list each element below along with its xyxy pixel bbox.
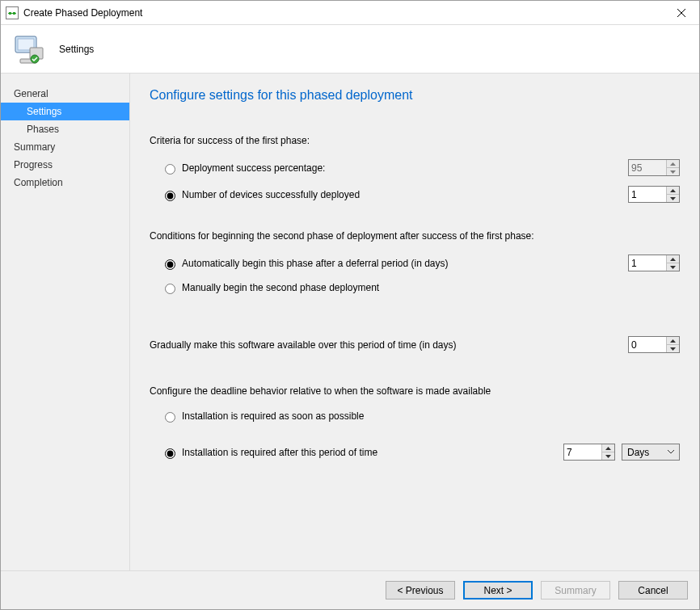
close-button[interactable]: [663, 1, 699, 25]
svg-marker-18: [605, 447, 611, 450]
spin-up-icon[interactable]: [667, 337, 679, 345]
wizard-window: Create Phased Deployment Settings Genera…: [0, 0, 700, 610]
period-unit-combobox[interactable]: Days: [622, 444, 680, 461]
deadline-period-spinner[interactable]: [563, 444, 615, 461]
nav-completion[interactable]: Completion: [1, 174, 129, 191]
period-unit-value: Days: [627, 447, 664, 458]
nav-progress[interactable]: Progress: [1, 156, 129, 174]
titlebar: Create Phased Deployment: [1, 1, 699, 25]
svg-marker-12: [670, 189, 676, 192]
spin-down-icon[interactable]: [667, 263, 679, 271]
svg-marker-16: [670, 339, 676, 343]
radio-manual-begin[interactable]: [165, 284, 175, 294]
gradual-label: Gradually make this software available o…: [150, 339, 628, 351]
next-button[interactable]: Next >: [463, 581, 533, 599]
nav-summary[interactable]: Summary: [1, 138, 129, 156]
computer-icon: [12, 32, 48, 67]
app-icon: [6, 6, 19, 19]
page-title: Settings: [59, 44, 94, 55]
option-success-percentage-row: Deployment success percentage:: [150, 154, 680, 181]
chevron-down-icon: [664, 450, 677, 454]
gradual-row: Gradually make this software available o…: [150, 331, 680, 358]
footer: < Previous Next > Summary Cancel: [1, 570, 699, 609]
gradual-days-spinner[interactable]: [628, 336, 680, 353]
spin-down-icon[interactable]: [667, 345, 679, 352]
previous-button[interactable]: < Previous: [386, 581, 455, 599]
svg-marker-13: [670, 197, 676, 200]
sidebar: GeneralSettingsPhasesSummaryProgressComp…: [1, 74, 130, 570]
spin-up-icon[interactable]: [602, 444, 614, 452]
content-heading: Configure settings for this phased deplo…: [150, 88, 680, 103]
svg-marker-17: [670, 347, 676, 351]
option-auto-begin-row: Automatically begin this phase after a d…: [150, 250, 680, 276]
option-manual-begin-row: Manually begin the second phase deployme…: [150, 276, 680, 299]
label-success-percentage: Deployment success percentage:: [182, 162, 628, 174]
label-devices: Number of devices successfully deployed: [182, 189, 628, 200]
content-pane: Configure settings for this phased deplo…: [130, 74, 699, 570]
radio-success-percentage[interactable]: [165, 164, 175, 175]
label-after-period: Installation is required after this peri…: [182, 447, 563, 458]
radio-devices[interactable]: [165, 191, 175, 201]
spin-down-icon[interactable]: [667, 195, 679, 202]
close-icon: [677, 9, 685, 17]
window-title: Create Phased Deployment: [23, 7, 142, 19]
label-manual-begin: Manually begin the second phase deployme…: [182, 282, 680, 293]
svg-marker-15: [670, 266, 676, 269]
spin-up-icon[interactable]: [667, 187, 679, 195]
spin-up-icon: [667, 160, 679, 168]
option-devices-row: Number of devices successfully deployed: [150, 181, 680, 208]
conditions-label: Conditions for beginning the second phas…: [150, 230, 680, 242]
criteria-label: Criteria for success of the first phase:: [150, 135, 680, 146]
devices-spinner[interactable]: [628, 186, 680, 203]
option-asap-row: Installation is required as soon as poss…: [150, 405, 680, 427]
nav-general[interactable]: General: [1, 85, 129, 103]
label-auto-begin: Automatically begin this phase after a d…: [182, 258, 628, 269]
nav-settings[interactable]: Settings: [1, 103, 129, 120]
spin-up-icon[interactable]: [667, 255, 679, 263]
spin-down-icon: [667, 168, 679, 175]
devices-input[interactable]: [629, 187, 666, 202]
radio-after-period[interactable]: [165, 448, 175, 459]
deferral-days-spinner[interactable]: [628, 255, 680, 271]
summary-button: Summary: [541, 581, 610, 599]
label-asap: Installation is required as soon as poss…: [182, 410, 680, 422]
svg-marker-10: [670, 162, 676, 166]
svg-marker-11: [670, 170, 676, 174]
gradual-days-input[interactable]: [629, 337, 666, 352]
cancel-button[interactable]: Cancel: [618, 581, 688, 599]
radio-asap[interactable]: [165, 412, 175, 423]
option-after-period-row: Installation is required after this peri…: [150, 439, 680, 465]
svg-marker-14: [670, 258, 676, 261]
deadline-label: Configure the deadline behavior relative…: [150, 385, 680, 397]
deferral-days-input[interactable]: [629, 255, 666, 271]
body: GeneralSettingsPhasesSummaryProgressComp…: [1, 74, 699, 570]
radio-auto-begin[interactable]: [165, 259, 175, 270]
nav-phases[interactable]: Phases: [1, 120, 129, 138]
deadline-period-input[interactable]: [564, 444, 601, 460]
spin-down-icon[interactable]: [602, 452, 614, 460]
success-percentage-input: [629, 160, 666, 175]
banner: Settings: [1, 25, 699, 74]
success-percentage-spinner: [628, 159, 680, 176]
svg-marker-19: [605, 455, 611, 458]
